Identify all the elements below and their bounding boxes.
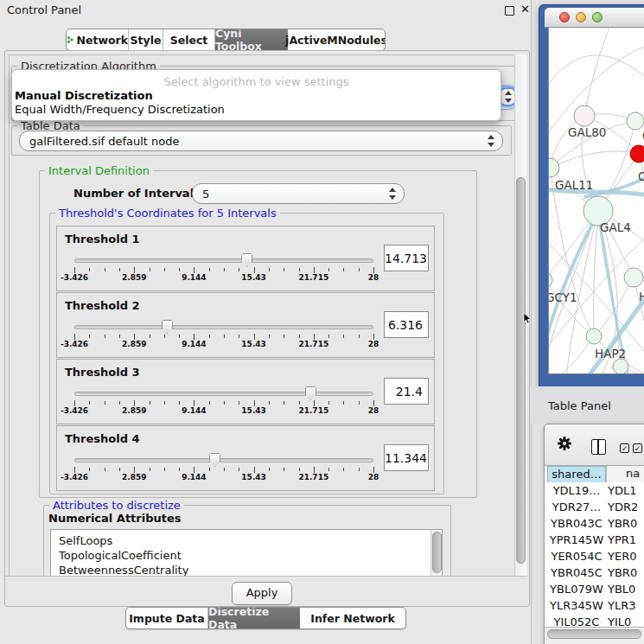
- numerical-attributes-list[interactable]: SelfLoopsTopologicalCoefficientBetweenne…: [50, 529, 443, 577]
- attribute-list-item[interactable]: TopologicalCoefficient: [59, 549, 182, 564]
- table-row[interactable]: YDR27…YDR2: [545, 499, 644, 515]
- network-node[interactable]: [630, 145, 644, 163]
- tab-cyni-toolbox[interactable]: Cyni Toolbox: [215, 29, 288, 50]
- network-icon: [67, 34, 73, 46]
- network-node[interactable]: [613, 359, 628, 374]
- close-window-icon[interactable]: [559, 12, 570, 22]
- dropdown-option-equal-width[interactable]: Equal Width/Frequency Discretization: [15, 103, 225, 116]
- tab-infer-network[interactable]: Infer Network: [300, 608, 405, 628]
- tab-style[interactable]: Style: [129, 29, 163, 50]
- slider-thumb[interactable]: [241, 253, 252, 267]
- minimize-window-icon[interactable]: [576, 12, 586, 22]
- cell-shared-name[interactable]: YBR045C: [547, 566, 606, 579]
- threshold-value-field[interactable]: 6.316: [384, 311, 429, 338]
- tab-discretize-data[interactable]: Discretize Data: [208, 608, 300, 628]
- slider-tick: [194, 334, 194, 340]
- slider-tick: [254, 400, 255, 406]
- network-edge[interactable]: [549, 55, 644, 97]
- slider-thumb[interactable]: [305, 386, 316, 400]
- split-columns-icon[interactable]: [591, 439, 606, 455]
- threshold-panel-1: Threshold 1-3.4262.8599.14415.4321.71528…: [56, 226, 435, 291]
- cell-name[interactable]: YBR0: [608, 517, 637, 530]
- network-node[interactable]: [627, 112, 644, 130]
- list-scrollbar[interactable]: [430, 530, 442, 577]
- attribute-list-item[interactable]: SelfLoops: [59, 534, 112, 549]
- slider-track[interactable]: [74, 258, 373, 263]
- slider-track[interactable]: [74, 325, 373, 329]
- cell-name[interactable]: YDL1: [608, 484, 636, 497]
- table-row[interactable]: YDL19…YDL1: [545, 482, 644, 499]
- network-node[interactable]: [624, 268, 643, 287]
- apply-button[interactable]: Apply: [232, 582, 292, 605]
- cell-name[interactable]: YLR3: [608, 599, 636, 612]
- cell-name[interactable]: YIL0: [608, 615, 631, 627]
- slider-thumb[interactable]: [209, 453, 220, 467]
- cell-shared-name[interactable]: YIL052C: [547, 615, 606, 627]
- float-window-icon[interactable]: [505, 6, 514, 16]
- zoom-window-icon[interactable]: [592, 12, 603, 22]
- slider-tick-label: 2.859: [122, 406, 146, 415]
- cell-shared-name[interactable]: YPR145W: [547, 533, 606, 546]
- cell-shared-name[interactable]: YER054C: [547, 550, 606, 563]
- number-of-intervals-combobox[interactable]: 5: [192, 183, 405, 204]
- tab-jactivemnodules[interactable]: jActiveMNodules: [288, 29, 385, 50]
- tab-network[interactable]: Network: [67, 29, 129, 50]
- close-panel-icon[interactable]: ✕: [520, 3, 530, 16]
- cell-name[interactable]: YBL0: [608, 583, 635, 596]
- table-row[interactable]: YIL052CYIL0: [545, 614, 644, 627]
- slider-tick-label: 2.859: [122, 273, 146, 282]
- cell-name[interactable]: YBR0: [608, 566, 637, 579]
- dropdown-prompt-item[interactable]: Select algorithm to view settings: [12, 75, 501, 88]
- slider-tick-label: 2.859: [122, 340, 146, 348]
- column-header-name[interactable]: na: [606, 466, 644, 483]
- cell-shared-name[interactable]: YDR27…: [547, 501, 606, 513]
- slider-track[interactable]: [74, 458, 373, 462]
- slider-track[interactable]: [74, 392, 373, 396]
- table-row[interactable]: YPR145WYPR1: [545, 532, 644, 548]
- table-horizontal-scrollbar[interactable]: [545, 627, 644, 640]
- checkbox-icon[interactable]: ✓: [633, 443, 642, 453]
- network-view-window: GAL80GACGAL11GAL4GCY1HHAP2: [539, 4, 644, 388]
- network-edge[interactable]: [594, 211, 598, 336]
- cell-name[interactable]: YER0: [608, 550, 636, 563]
- table-panel-header-strip: Table Panel: [531, 386, 644, 424]
- table-row[interactable]: YBR043CYBR0: [545, 515, 644, 532]
- dropdown-option-manual[interactable]: Manual Discretization: [15, 89, 153, 102]
- network-node[interactable]: [574, 105, 595, 126]
- threshold-value-field[interactable]: 14.713: [384, 245, 429, 271]
- slider-tick: [119, 401, 120, 405]
- table-hscrollbar-thumb[interactable]: [547, 629, 641, 639]
- tab-select[interactable]: Select: [163, 29, 215, 50]
- slider-tick: [373, 267, 374, 273]
- table-row[interactable]: YER054CYER0: [545, 548, 644, 564]
- table-data-combobox[interactable]: galFiltered.sif default node: [19, 131, 503, 151]
- table-row[interactable]: YBL079WYBL0: [545, 581, 644, 597]
- network-window-titlebar[interactable]: [545, 8, 644, 28]
- network-edge[interactable]: [584, 28, 609, 116]
- slider-tick: [269, 335, 270, 338]
- cell-shared-name[interactable]: YBR043C: [547, 517, 606, 530]
- network-node[interactable]: [586, 328, 602, 344]
- checkbox-icon[interactable]: ✓: [620, 443, 629, 453]
- table-row[interactable]: YLR345WYLR3: [545, 597, 644, 614]
- table-row[interactable]: YBR045CYBR0: [545, 564, 644, 581]
- cell-name[interactable]: YPR1: [608, 533, 636, 546]
- settings-scrollbar-thumb[interactable]: [516, 177, 526, 564]
- network-node[interactable]: [549, 272, 552, 288]
- slider-tick: [299, 468, 300, 471]
- network-canvas[interactable]: GAL80GACGAL11GAL4GCY1HHAP2: [548, 27, 644, 374]
- threshold-value-field[interactable]: 21.4: [384, 378, 429, 405]
- slider-tick-label: 21.715: [298, 473, 328, 481]
- tab-impute-data[interactable]: Impute Data: [126, 608, 208, 628]
- gear-icon[interactable]: [556, 435, 573, 452]
- table-body: YDL19…YDL1YDR27…YDR2YBR043CYBR0YPR145WYP…: [545, 482, 644, 627]
- slider-thumb[interactable]: [162, 320, 173, 334]
- cell-shared-name[interactable]: YDL19…: [547, 484, 606, 497]
- list-scrollbar-thumb[interactable]: [432, 532, 442, 573]
- cell-shared-name[interactable]: YLR345W: [547, 599, 606, 612]
- column-header-shared-name[interactable]: shared…: [547, 466, 606, 483]
- cell-name[interactable]: YDR2: [608, 501, 638, 513]
- cell-shared-name[interactable]: YBL079W: [547, 583, 606, 596]
- threshold-value-field[interactable]: 11.344: [384, 444, 429, 471]
- network-edge[interactable]: [550, 151, 639, 168]
